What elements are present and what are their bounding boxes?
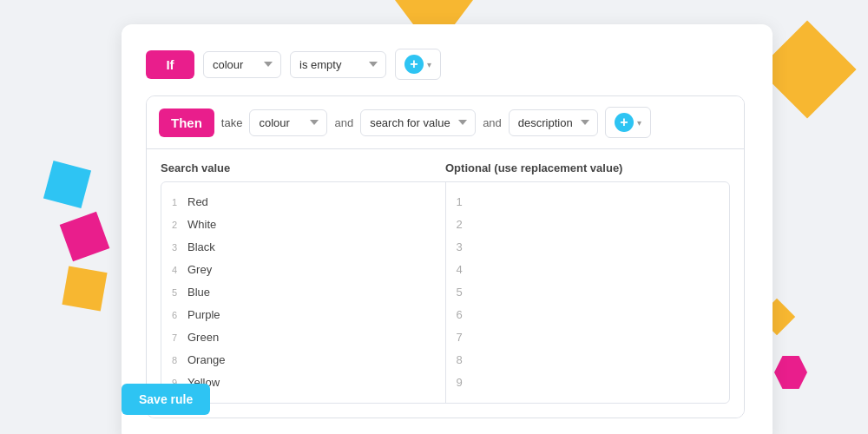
yellow-cube-decoration: [62, 266, 107, 311]
list-item: 4: [457, 259, 720, 281]
then-plus-circle-icon: +: [615, 113, 634, 132]
search-col-header-left: Search value: [161, 161, 445, 174]
then-chevron-down-icon: ▾: [637, 118, 641, 128]
list-item: 5: [457, 281, 720, 304]
search-value-list: 1Red2White3Black4Grey5Blue6Purple7Green8…: [172, 191, 435, 394]
rhombus-decoration: [758, 20, 856, 118]
optional-value-list: 123456789: [457, 191, 720, 394]
then-badge: Then: [159, 108, 214, 137]
if-badge: If: [146, 50, 194, 79]
list-item: 8: [457, 349, 720, 372]
list-item: 6Purple: [172, 304, 435, 326]
search-col-header-right: Optional (use replacement value): [445, 161, 730, 174]
small-pink-decoration: [774, 356, 807, 389]
if-add-button[interactable]: + ▾: [395, 49, 441, 80]
connector-and-1: and: [334, 116, 353, 129]
list-item: 3Black: [172, 236, 435, 259]
then-search-select[interactable]: search for value lookup replace: [360, 109, 476, 136]
list-item: 4Grey: [172, 259, 435, 281]
if-condition-select[interactable]: is empty is not empty equals contains: [290, 51, 386, 78]
then-section: Then take colour size weight and search …: [146, 95, 745, 418]
list-item: 3: [457, 236, 720, 259]
list-item: 1: [457, 191, 720, 214]
list-item: 1Red: [172, 191, 435, 214]
then-description-select[interactable]: description name id: [509, 109, 598, 136]
list-item: 5Blue: [172, 281, 435, 304]
then-add-button[interactable]: + ▾: [605, 107, 651, 138]
take-label: take: [221, 116, 243, 129]
list-item: 6: [457, 304, 720, 326]
list-item: 9Yellow: [172, 372, 435, 394]
list-item: 7Green: [172, 326, 435, 349]
blue-cube-decoration: [43, 161, 91, 208]
then-field-select[interactable]: colour size weight: [249, 109, 327, 136]
search-table-area: Search value Optional (use replacement v…: [147, 148, 744, 418]
search-col-left: 1Red2White3Black4Grey5Blue6Purple7Green8…: [161, 182, 446, 403]
list-item: 8Orange: [172, 349, 435, 372]
connector-and-2: and: [483, 116, 502, 129]
list-item: 2: [457, 214, 720, 236]
save-rule-button[interactable]: Save rule: [122, 384, 210, 415]
main-card: If colour size weight is empty is not em…: [122, 24, 773, 434]
plus-circle-icon: +: [404, 55, 424, 74]
list-item: 7: [457, 326, 720, 349]
then-row: Then take colour size weight and search …: [147, 96, 744, 148]
list-item: 9: [457, 372, 720, 394]
if-field-select[interactable]: colour size weight: [203, 51, 281, 78]
if-row: If colour size weight is empty is not em…: [146, 49, 745, 80]
search-col-right: 123456789: [446, 182, 730, 403]
search-table-body: 1Red2White3Black4Grey5Blue6Purple7Green8…: [161, 181, 730, 404]
list-item: 2White: [172, 214, 435, 236]
pink-cube-decoration: [60, 212, 110, 262]
search-table-headers: Search value Optional (use replacement v…: [161, 161, 730, 174]
chevron-down-icon: ▾: [427, 60, 431, 69]
